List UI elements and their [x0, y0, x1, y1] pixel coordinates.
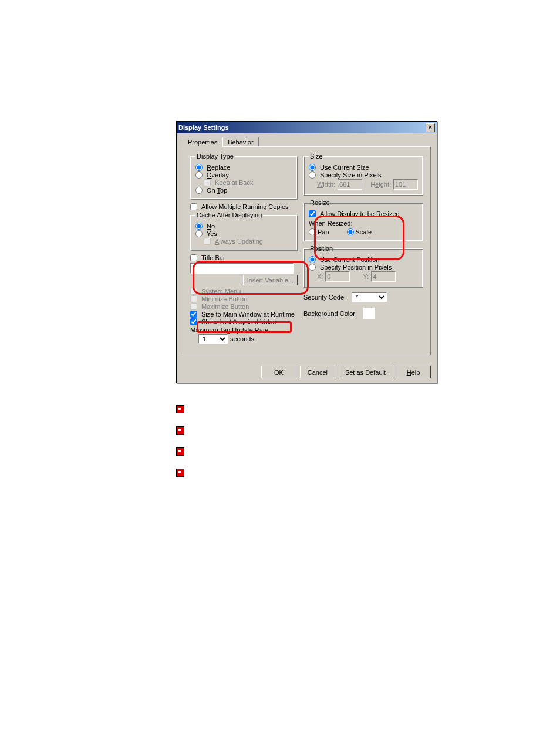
specify-pos-radio[interactable] — [309, 264, 316, 271]
specify-size-radio[interactable] — [309, 171, 316, 179]
system-menu-label: System Menu — [201, 288, 241, 295]
on-top-radio[interactable] — [195, 187, 203, 194]
resize-group: Resize Allow Display to be Resized When … — [303, 199, 423, 241]
keep-at-back-check — [204, 179, 211, 186]
y-input — [371, 271, 396, 282]
background-color-swatch[interactable] — [363, 308, 375, 319]
bullet-icon — [176, 405, 184, 413]
width-label: Width: — [317, 181, 335, 188]
title-bar-input[interactable] — [190, 263, 294, 274]
bullet-icon — [176, 426, 184, 435]
allow-resize-label: Allow Display to be Resized — [320, 210, 400, 217]
background-color-label: Background Color: — [303, 310, 357, 317]
tab-panel: Display Type Replace Overlay Keep at Bac… — [183, 146, 431, 355]
help-button[interactable]: Help — [396, 366, 431, 378]
always-updating-label: Always Updating — [215, 238, 263, 245]
ok-button[interactable]: OK — [261, 366, 296, 378]
display-settings-dialog: Display Settings × Properties Behavior D… — [176, 121, 437, 383]
position-group: Position Use Current Position Specify Po… — [303, 245, 423, 288]
tab-strip: Properties Behavior — [183, 137, 431, 147]
use-current-pos-radio[interactable] — [309, 256, 316, 263]
on-top-label: On Top — [207, 187, 227, 194]
keep-at-back-label: Keep at Back — [215, 179, 253, 186]
show-last-check[interactable] — [190, 318, 197, 325]
overlay-radio[interactable] — [195, 171, 203, 179]
tab-properties[interactable]: Properties — [183, 137, 222, 147]
maximize-label: Maximize Button — [201, 303, 249, 310]
allow-resize-check[interactable] — [309, 210, 316, 217]
seconds-label: seconds — [230, 335, 254, 342]
use-current-size-label: Use Current Size — [320, 164, 369, 171]
overlay-label: Overlay — [207, 171, 229, 179]
x-input — [325, 271, 350, 282]
scale-label: Scale — [356, 228, 372, 235]
position-legend: Position — [309, 245, 334, 252]
replace-radio[interactable] — [195, 164, 203, 171]
resize-legend: Resize — [309, 199, 331, 206]
cache-legend: Cache After Displaying — [195, 211, 263, 218]
system-menu-check — [190, 288, 197, 295]
bullet-list — [176, 405, 184, 490]
bullet-icon — [176, 447, 184, 456]
pan-radio[interactable] — [309, 228, 316, 235]
cancel-button[interactable]: Cancel — [300, 366, 335, 378]
cache-no-radio[interactable] — [195, 223, 203, 230]
dialog-titlebar[interactable]: Display Settings × — [177, 122, 437, 133]
set-default-button[interactable]: Set as Default — [339, 366, 392, 378]
use-current-pos-label: Use Current Position — [320, 256, 380, 263]
size-to-main-check[interactable] — [190, 311, 197, 318]
show-last-label: Show Last Acquired Value — [201, 318, 276, 325]
cache-yes-label: Yes — [207, 230, 217, 237]
width-input — [338, 179, 362, 190]
allow-multiple-label: Allow Multiple Running Copies — [201, 203, 289, 210]
cache-group: Cache After Displaying No Yes Always Upd… — [190, 211, 298, 251]
height-input — [393, 179, 418, 190]
size-to-main-label: Size to Main Window at Runtime — [201, 311, 295, 318]
dialog-title: Display Settings — [178, 124, 229, 131]
cache-no-label: No — [207, 223, 215, 230]
tab-behavior[interactable]: Behavior — [222, 137, 258, 147]
size-group: Size Use Current Size Specify Size in Pi… — [303, 153, 423, 196]
title-bar-check[interactable] — [190, 254, 197, 261]
size-legend: Size — [309, 153, 323, 160]
update-rate-select[interactable]: 1 — [198, 334, 228, 344]
when-resized-label: When Resized: — [309, 220, 418, 227]
insert-variable-button: Insert Variable... — [243, 275, 298, 285]
use-current-size-radio[interactable] — [309, 164, 316, 171]
scale-radio[interactable] — [347, 228, 354, 235]
dialog-body: Properties Behavior Display Type Replace… — [177, 133, 437, 361]
minimize-label: Minimize Button — [201, 295, 247, 302]
pan-label: Pan — [318, 228, 329, 235]
specify-size-label: Specify Size in Pixels — [320, 171, 382, 179]
max-update-label: Maximum Tag Update Rate: — [190, 327, 270, 334]
height-label: Height: — [370, 181, 391, 188]
security-code-label: Security Code: — [303, 294, 346, 301]
display-type-group: Display Type Replace Overlay Keep at Bac… — [190, 153, 298, 200]
minimize-check — [190, 295, 197, 302]
maximize-check — [190, 303, 197, 310]
allow-multiple-check[interactable] — [190, 203, 197, 210]
specify-pos-label: Specify Position in Pixels — [320, 264, 392, 271]
x-label: X: — [317, 273, 323, 280]
title-bar-label: Title Bar — [201, 254, 225, 261]
cache-yes-radio[interactable] — [195, 230, 203, 237]
dialog-buttons: OK Cancel Set as Default Help — [177, 361, 437, 383]
y-label: Y: — [363, 273, 369, 280]
always-updating-check — [204, 238, 211, 245]
close-icon[interactable]: × — [426, 123, 435, 132]
security-code-select[interactable]: * — [352, 292, 387, 302]
display-type-legend: Display Type — [195, 153, 235, 160]
replace-label: Replace — [207, 164, 230, 171]
bullet-icon — [176, 469, 184, 477]
